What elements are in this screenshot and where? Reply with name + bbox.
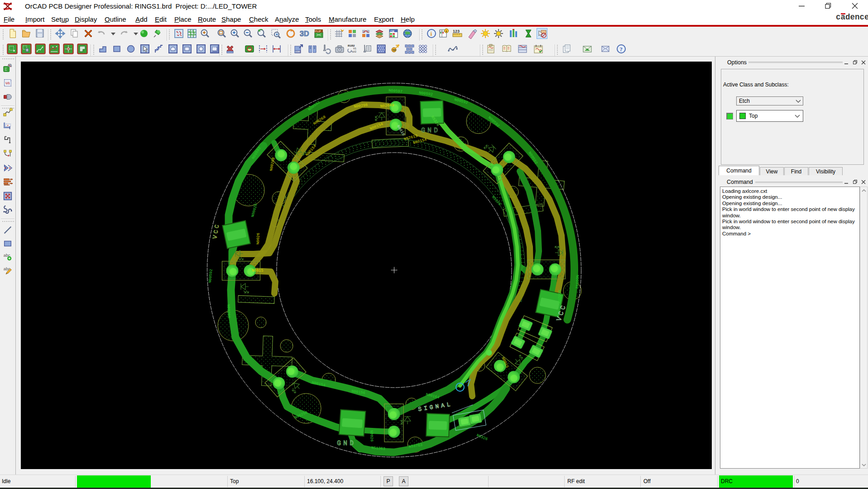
svg-text:U1: U1 [5,81,10,85]
svg-text:GND: GND [337,440,356,447]
svg-text:123: 123 [453,29,460,34]
svg-text:FLIP: FLIP [315,30,321,33]
svg-text:N0028H: N0028H [557,290,561,304]
svg-text:TP: TP [393,49,396,52]
svg-text:N00266: N00266 [226,304,231,318]
svg-text:N00268: N00268 [269,157,276,172]
svg-text:ODB: ODB [295,50,301,53]
svg-text:N5326: N5326 [476,433,488,442]
svg-text:?: ? [620,46,623,53]
svg-text:N0026: N0026 [369,430,374,442]
svg-text:3D: 3D [300,30,309,38]
svg-text:V1: V1 [353,47,356,50]
svg-text:i: i [431,30,432,37]
svg-text:N5326: N5326 [491,195,502,206]
svg-text:VCC: VCC [211,222,221,239]
svg-text:CM: CM [390,30,394,33]
svg-text:GND: GND [421,127,440,134]
svg-text:i: i [446,29,447,33]
svg-text:N0026: N0026 [256,233,261,244]
svg-text:N0015: N0015 [252,268,264,273]
svg-text:N00592: N00592 [208,269,214,283]
svg-text:N00592: N00592 [575,275,580,289]
svg-text:V2: V2 [353,50,356,53]
